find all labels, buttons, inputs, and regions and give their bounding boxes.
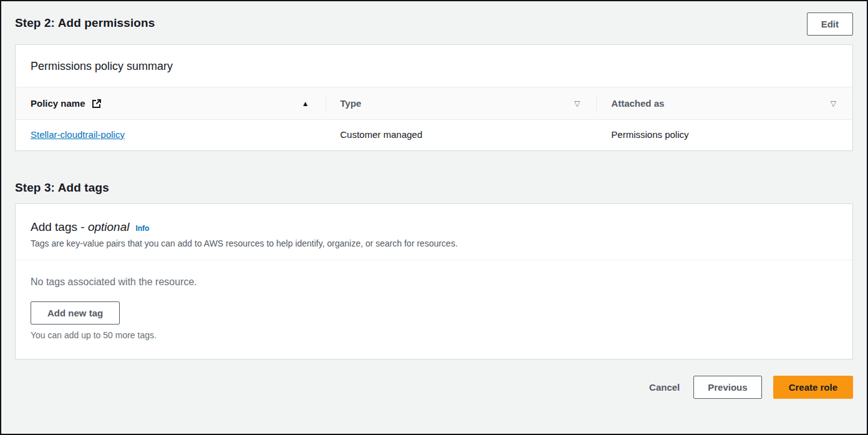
table-row: Stellar-cloudtrail-policy Customer manag… <box>16 120 852 150</box>
column-header-type[interactable]: Type ▽ <box>326 87 597 119</box>
column-header-attached-as[interactable]: Attached as ▽ <box>596 87 852 119</box>
permissions-summary-card: Permissions policy summary Policy name <box>15 44 853 151</box>
no-tags-message: No tags associated with the resource. <box>31 276 837 288</box>
attached-as-cell: Permissions policy <box>596 120 852 150</box>
optional-label: optional <box>88 220 130 233</box>
edit-permissions-button[interactable]: Edit <box>807 12 853 36</box>
tags-constraint-text: You can add up to 50 more tags. <box>31 330 837 340</box>
step3-title: Step 3: Add tags <box>15 177 853 195</box>
info-link[interactable]: Info <box>135 224 149 233</box>
add-tags-description: Tags are key-value pairs that you can ad… <box>31 238 837 248</box>
sort-toggle-icon[interactable]: ▽ <box>831 99 836 108</box>
review-page: Step 2: Add permissions Edit Permissions… <box>1 1 867 434</box>
previous-button[interactable]: Previous <box>693 376 761 399</box>
permissions-summary-header: Permissions policy summary <box>16 45 852 87</box>
create-role-button[interactable]: Create role <box>773 376 853 399</box>
add-tags-title: Add tags - optional <box>31 220 129 234</box>
sort-ascending-icon[interactable]: ▲ <box>302 99 309 108</box>
permissions-table: Policy name ▲ Type ▽ <box>16 87 852 150</box>
sort-toggle-icon[interactable]: ▽ <box>574 99 580 108</box>
add-tags-card: Add tags - optional Info Tags are key-va… <box>15 203 853 359</box>
policy-name-cell: Stellar-cloudtrail-policy <box>16 120 326 150</box>
permissions-table-header: Policy name ▲ Type ▽ <box>16 87 852 120</box>
column-header-policy-name[interactable]: Policy name ▲ <box>16 87 326 119</box>
policy-name-link[interactable]: Stellar-cloudtrail-policy <box>31 129 125 140</box>
permissions-summary-title: Permissions policy summary <box>31 60 837 73</box>
step2-title: Step 2: Add permissions <box>15 12 155 30</box>
wizard-footer-actions: Cancel Previous Create role <box>15 376 853 399</box>
policy-name-header-label: Policy name <box>31 98 102 109</box>
cancel-button[interactable]: Cancel <box>647 377 682 398</box>
add-tags-header: Add tags - optional Info Tags are key-va… <box>16 204 852 260</box>
policy-type-cell: Customer managed <box>326 120 597 150</box>
step2-header-row: Step 2: Add permissions Edit <box>15 12 853 36</box>
add-tags-body: No tags associated with the resource. Ad… <box>16 260 852 359</box>
add-new-tag-button[interactable]: Add new tag <box>31 301 120 325</box>
add-tags-title-row: Add tags - optional Info <box>31 220 837 234</box>
external-link-icon <box>92 99 102 109</box>
